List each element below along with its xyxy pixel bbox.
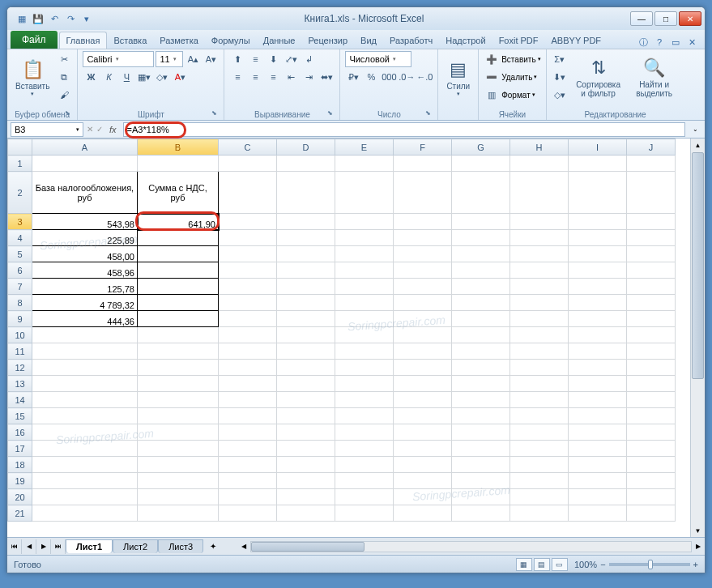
font-launcher-icon[interactable]: ⬊ bbox=[209, 109, 219, 119]
row-header-7[interactable]: 7 bbox=[8, 279, 32, 295]
number-launcher-icon[interactable]: ⬊ bbox=[423, 109, 433, 119]
decrease-indent-button[interactable]: ⇤ bbox=[283, 69, 299, 85]
cell-A19[interactable] bbox=[32, 473, 138, 489]
cell-E5[interactable] bbox=[335, 246, 394, 262]
cell-F7[interactable] bbox=[394, 279, 452, 295]
help-icon[interactable]: ? bbox=[653, 36, 666, 49]
minimize-button[interactable]: — bbox=[630, 11, 653, 26]
autosum-button[interactable]: Σ▾ bbox=[552, 51, 568, 67]
ribbon-tab-1[interactable]: Вставка bbox=[107, 32, 153, 49]
cell-D20[interactable] bbox=[277, 489, 335, 505]
cell-B16[interactable] bbox=[138, 424, 219, 441]
cell-J17[interactable] bbox=[627, 441, 676, 457]
minimize-ribbon-icon[interactable]: ⓘ bbox=[637, 36, 650, 49]
cell-D21[interactable] bbox=[277, 505, 335, 522]
col-header-F[interactable]: F bbox=[394, 139, 452, 156]
cell-E8[interactable] bbox=[335, 295, 394, 311]
row-header-10[interactable]: 10 bbox=[8, 327, 32, 343]
row-header-17[interactable]: 17 bbox=[8, 441, 32, 457]
delete-cells-button[interactable]: ➖ bbox=[484, 69, 500, 85]
cell-G20[interactable] bbox=[452, 489, 510, 505]
cell-C4[interactable] bbox=[219, 230, 277, 246]
cell-G18[interactable] bbox=[452, 457, 510, 473]
cell-H21[interactable] bbox=[510, 505, 569, 522]
row-header-15[interactable]: 15 bbox=[8, 408, 32, 424]
cell-A6[interactable]: 458,96 bbox=[32, 262, 138, 279]
cell-I21[interactable] bbox=[569, 505, 627, 522]
align-launcher-icon[interactable]: ⬊ bbox=[325, 109, 335, 119]
align-bottom-button[interactable]: ⬇ bbox=[265, 51, 281, 67]
formula-input[interactable]: =A3*118% bbox=[123, 122, 685, 137]
cell-B14[interactable] bbox=[138, 392, 219, 408]
sheet-nav-last-icon[interactable]: ⏭ bbox=[51, 539, 66, 554]
new-sheet-button[interactable]: ✦ bbox=[205, 542, 221, 551]
col-header-J[interactable]: J bbox=[627, 139, 676, 156]
cell-G16[interactable] bbox=[452, 424, 510, 441]
cell-I20[interactable] bbox=[569, 489, 627, 505]
cell-C11[interactable] bbox=[219, 343, 277, 360]
cell-J15[interactable] bbox=[627, 408, 676, 424]
cell-E17[interactable] bbox=[335, 441, 394, 457]
border-button[interactable]: ▦▾ bbox=[136, 69, 152, 85]
col-header-E[interactable]: E bbox=[335, 139, 394, 156]
cell-A12[interactable] bbox=[32, 360, 138, 376]
cell-D14[interactable] bbox=[277, 392, 335, 408]
row-header-6[interactable]: 6 bbox=[8, 262, 32, 279]
cell-E15[interactable] bbox=[335, 408, 394, 424]
cell-H7[interactable] bbox=[510, 279, 569, 295]
fill-button[interactable]: ⬇▾ bbox=[552, 69, 568, 85]
cell-I13[interactable] bbox=[569, 376, 627, 392]
row-header-14[interactable]: 14 bbox=[8, 392, 32, 408]
cell-F18[interactable] bbox=[394, 457, 452, 473]
cell-H4[interactable] bbox=[510, 230, 569, 246]
cell-B21[interactable] bbox=[138, 505, 219, 522]
cell-A5[interactable]: 458,00 bbox=[32, 246, 138, 262]
cell-J1[interactable] bbox=[627, 156, 676, 172]
format-cells-button[interactable]: ▥ bbox=[484, 87, 500, 103]
cell-C17[interactable] bbox=[219, 441, 277, 457]
cell-B9[interactable] bbox=[138, 311, 219, 327]
cell-H8[interactable] bbox=[510, 295, 569, 311]
row-header-11[interactable]: 11 bbox=[8, 343, 32, 360]
cell-C15[interactable] bbox=[219, 408, 277, 424]
cell-C19[interactable] bbox=[219, 473, 277, 489]
row-header-16[interactable]: 16 bbox=[8, 424, 32, 441]
zoom-slider[interactable] bbox=[609, 563, 690, 566]
cell-A3[interactable]: 543,98 bbox=[32, 214, 138, 230]
cell-D2[interactable] bbox=[277, 172, 335, 214]
cell-H5[interactable] bbox=[510, 246, 569, 262]
cell-D15[interactable] bbox=[277, 408, 335, 424]
cell-D8[interactable] bbox=[277, 295, 335, 311]
cell-C5[interactable] bbox=[219, 246, 277, 262]
cell-I2[interactable] bbox=[569, 172, 627, 214]
cell-G3[interactable] bbox=[452, 214, 510, 230]
cell-F14[interactable] bbox=[394, 392, 452, 408]
cell-C12[interactable] bbox=[219, 360, 277, 376]
cell-A2[interactable]: База налогообложения, руб bbox=[32, 172, 138, 214]
paste-button[interactable]: 📋 Вставить ▾ bbox=[12, 51, 53, 104]
col-header-I[interactable]: I bbox=[569, 139, 627, 156]
cell-F17[interactable] bbox=[394, 441, 452, 457]
cell-E20[interactable] bbox=[335, 489, 394, 505]
cell-D13[interactable] bbox=[277, 376, 335, 392]
format-painter-button[interactable]: 🖌 bbox=[56, 87, 72, 103]
row-header-18[interactable]: 18 bbox=[8, 457, 32, 473]
cell-A13[interactable] bbox=[32, 376, 138, 392]
cell-H16[interactable] bbox=[510, 424, 569, 441]
row-header-13[interactable]: 13 bbox=[8, 376, 32, 392]
zoom-out-button[interactable]: − bbox=[600, 560, 605, 569]
sheet-nav-next-icon[interactable]: ▶ bbox=[36, 539, 51, 554]
cell-F8[interactable] bbox=[394, 295, 452, 311]
cell-J18[interactable] bbox=[627, 457, 676, 473]
cell-J19[interactable] bbox=[627, 473, 676, 489]
cell-H6[interactable] bbox=[510, 262, 569, 279]
cell-E13[interactable] bbox=[335, 376, 394, 392]
col-header-A[interactable]: A bbox=[32, 139, 138, 156]
cell-F15[interactable] bbox=[394, 408, 452, 424]
cell-A1[interactable] bbox=[32, 156, 138, 172]
col-header-D[interactable]: D bbox=[277, 139, 335, 156]
cell-G17[interactable] bbox=[452, 441, 510, 457]
cell-G2[interactable] bbox=[452, 172, 510, 214]
cell-I5[interactable] bbox=[569, 246, 627, 262]
cell-D6[interactable] bbox=[277, 262, 335, 279]
